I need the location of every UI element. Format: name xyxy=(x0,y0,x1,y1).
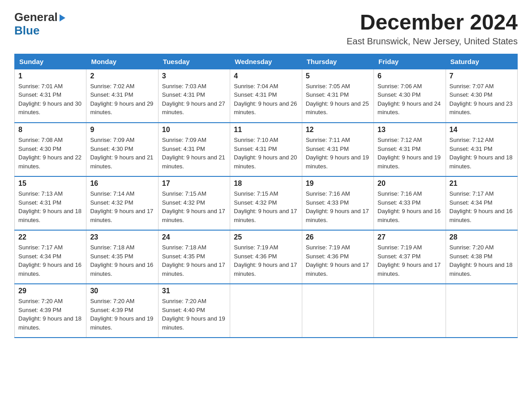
logo-blue: Blue xyxy=(14,24,39,38)
day-info: Sunrise: 7:20 AMSunset: 4:40 PMDaylight:… xyxy=(162,297,226,332)
day-number: 4 xyxy=(234,72,298,80)
day-number: 17 xyxy=(162,180,226,188)
weekday-header-tuesday: Tuesday xyxy=(158,54,230,69)
day-cell: 29Sunrise: 7:20 AMSunset: 4:39 PMDayligh… xyxy=(15,284,86,338)
day-info: Sunrise: 7:18 AMSunset: 4:35 PMDaylight:… xyxy=(90,243,154,278)
weekday-header-row: SundayMondayTuesdayWednesdayThursdayFrid… xyxy=(15,54,518,69)
weekday-header-thursday: Thursday xyxy=(302,54,373,69)
day-cell: 14Sunrise: 7:12 AMSunset: 4:31 PMDayligh… xyxy=(446,123,517,176)
day-info: Sunrise: 7:17 AMSunset: 4:34 PMDaylight:… xyxy=(18,243,82,278)
week-row-2: 8Sunrise: 7:08 AMSunset: 4:30 PMDaylight… xyxy=(15,123,518,176)
day-cell: 7Sunrise: 7:07 AMSunset: 4:30 PMDaylight… xyxy=(446,69,517,123)
day-number: 20 xyxy=(378,180,442,188)
day-number: 1 xyxy=(18,72,82,80)
day-number: 6 xyxy=(378,72,442,80)
week-row-4: 22Sunrise: 7:17 AMSunset: 4:34 PMDayligh… xyxy=(15,230,518,284)
day-info: Sunrise: 7:18 AMSunset: 4:35 PMDaylight:… xyxy=(162,243,226,278)
day-cell: 16Sunrise: 7:14 AMSunset: 4:32 PMDayligh… xyxy=(86,176,158,230)
weekday-header-monday: Monday xyxy=(86,54,158,69)
day-info: Sunrise: 7:16 AMSunset: 4:33 PMDaylight:… xyxy=(306,189,370,224)
day-number: 28 xyxy=(450,233,514,241)
day-cell: 31Sunrise: 7:20 AMSunset: 4:40 PMDayligh… xyxy=(158,284,230,338)
day-info: Sunrise: 7:19 AMSunset: 4:36 PMDaylight:… xyxy=(306,243,370,278)
logo: General Blue xyxy=(14,11,65,38)
day-cell: 15Sunrise: 7:13 AMSunset: 4:31 PMDayligh… xyxy=(15,176,86,230)
day-info: Sunrise: 7:08 AMSunset: 4:30 PMDaylight:… xyxy=(18,136,82,171)
day-info: Sunrise: 7:10 AMSunset: 4:31 PMDaylight:… xyxy=(234,136,298,171)
day-info: Sunrise: 7:16 AMSunset: 4:33 PMDaylight:… xyxy=(378,189,442,224)
day-number: 26 xyxy=(306,233,370,241)
day-number: 5 xyxy=(306,72,370,80)
weekday-header-friday: Friday xyxy=(374,54,446,69)
day-number: 24 xyxy=(162,233,226,241)
day-number: 2 xyxy=(90,72,154,80)
day-cell: 12Sunrise: 7:11 AMSunset: 4:31 PMDayligh… xyxy=(302,123,373,176)
day-number: 30 xyxy=(90,287,154,295)
day-number: 16 xyxy=(90,180,154,188)
title-area: December 2024 East Brunswick, New Jersey… xyxy=(347,11,518,47)
month-title: December 2024 xyxy=(347,11,518,34)
day-cell: 20Sunrise: 7:16 AMSunset: 4:33 PMDayligh… xyxy=(374,176,446,230)
calendar-table: SundayMondayTuesdayWednesdayThursdayFrid… xyxy=(14,54,518,338)
day-number: 18 xyxy=(234,180,298,188)
week-row-1: 1Sunrise: 7:01 AMSunset: 4:31 PMDaylight… xyxy=(15,69,518,123)
day-cell: 9Sunrise: 7:09 AMSunset: 4:30 PMDaylight… xyxy=(86,123,158,176)
weekday-header-wednesday: Wednesday xyxy=(230,54,302,69)
day-info: Sunrise: 7:15 AMSunset: 4:32 PMDaylight:… xyxy=(162,189,226,224)
week-row-5: 29Sunrise: 7:20 AMSunset: 4:39 PMDayligh… xyxy=(15,284,518,338)
day-cell: 6Sunrise: 7:06 AMSunset: 4:30 PMDaylight… xyxy=(374,69,446,123)
day-info: Sunrise: 7:20 AMSunset: 4:38 PMDaylight:… xyxy=(450,243,514,278)
day-cell: 3Sunrise: 7:03 AMSunset: 4:31 PMDaylight… xyxy=(158,69,230,123)
day-cell: 2Sunrise: 7:02 AMSunset: 4:31 PMDaylight… xyxy=(86,69,158,123)
day-info: Sunrise: 7:12 AMSunset: 4:31 PMDaylight:… xyxy=(450,136,514,171)
day-cell: 26Sunrise: 7:19 AMSunset: 4:36 PMDayligh… xyxy=(302,230,373,284)
day-number: 8 xyxy=(18,126,82,134)
day-cell: 11Sunrise: 7:10 AMSunset: 4:31 PMDayligh… xyxy=(230,123,302,176)
day-cell: 13Sunrise: 7:12 AMSunset: 4:31 PMDayligh… xyxy=(374,123,446,176)
day-number: 21 xyxy=(450,180,514,188)
day-cell: 8Sunrise: 7:08 AMSunset: 4:30 PMDaylight… xyxy=(15,123,86,176)
day-info: Sunrise: 7:14 AMSunset: 4:32 PMDaylight:… xyxy=(90,189,154,224)
day-cell: 24Sunrise: 7:18 AMSunset: 4:35 PMDayligh… xyxy=(158,230,230,284)
day-info: Sunrise: 7:20 AMSunset: 4:39 PMDaylight:… xyxy=(18,297,82,332)
day-number: 12 xyxy=(306,126,370,134)
day-number: 22 xyxy=(18,233,82,241)
day-number: 25 xyxy=(234,233,298,241)
day-number: 11 xyxy=(234,126,298,134)
day-info: Sunrise: 7:17 AMSunset: 4:34 PMDaylight:… xyxy=(450,189,514,224)
day-info: Sunrise: 7:02 AMSunset: 4:31 PMDaylight:… xyxy=(90,82,154,117)
day-number: 23 xyxy=(90,233,154,241)
day-number: 10 xyxy=(162,126,226,134)
day-cell xyxy=(374,284,446,338)
day-cell: 22Sunrise: 7:17 AMSunset: 4:34 PMDayligh… xyxy=(15,230,86,284)
day-cell: 19Sunrise: 7:16 AMSunset: 4:33 PMDayligh… xyxy=(302,176,373,230)
day-cell: 21Sunrise: 7:17 AMSunset: 4:34 PMDayligh… xyxy=(446,176,517,230)
day-info: Sunrise: 7:13 AMSunset: 4:31 PMDaylight:… xyxy=(18,189,82,224)
day-cell xyxy=(446,284,517,338)
day-info: Sunrise: 7:19 AMSunset: 4:36 PMDaylight:… xyxy=(234,243,298,278)
day-cell: 25Sunrise: 7:19 AMSunset: 4:36 PMDayligh… xyxy=(230,230,302,284)
day-info: Sunrise: 7:11 AMSunset: 4:31 PMDaylight:… xyxy=(306,136,370,171)
day-number: 27 xyxy=(378,233,442,241)
day-cell: 18Sunrise: 7:15 AMSunset: 4:32 PMDayligh… xyxy=(230,176,302,230)
day-cell: 5Sunrise: 7:05 AMSunset: 4:31 PMDaylight… xyxy=(302,69,373,123)
day-number: 31 xyxy=(162,287,226,295)
day-info: Sunrise: 7:09 AMSunset: 4:30 PMDaylight:… xyxy=(90,136,154,171)
day-cell: 23Sunrise: 7:18 AMSunset: 4:35 PMDayligh… xyxy=(86,230,158,284)
logo-general: General xyxy=(14,11,65,24)
day-info: Sunrise: 7:12 AMSunset: 4:31 PMDaylight:… xyxy=(378,136,442,171)
day-number: 19 xyxy=(306,180,370,188)
day-number: 9 xyxy=(90,126,154,134)
day-info: Sunrise: 7:15 AMSunset: 4:32 PMDaylight:… xyxy=(234,189,298,224)
day-cell: 30Sunrise: 7:20 AMSunset: 4:39 PMDayligh… xyxy=(86,284,158,338)
day-info: Sunrise: 7:03 AMSunset: 4:31 PMDaylight:… xyxy=(162,82,226,117)
day-number: 3 xyxy=(162,72,226,80)
day-cell xyxy=(302,284,373,338)
day-info: Sunrise: 7:01 AMSunset: 4:31 PMDaylight:… xyxy=(18,82,82,117)
day-cell xyxy=(230,284,302,338)
day-info: Sunrise: 7:07 AMSunset: 4:30 PMDaylight:… xyxy=(450,82,514,117)
day-cell: 10Sunrise: 7:09 AMSunset: 4:31 PMDayligh… xyxy=(158,123,230,176)
day-info: Sunrise: 7:05 AMSunset: 4:31 PMDaylight:… xyxy=(306,82,370,117)
week-row-3: 15Sunrise: 7:13 AMSunset: 4:31 PMDayligh… xyxy=(15,176,518,230)
day-number: 7 xyxy=(450,72,514,80)
